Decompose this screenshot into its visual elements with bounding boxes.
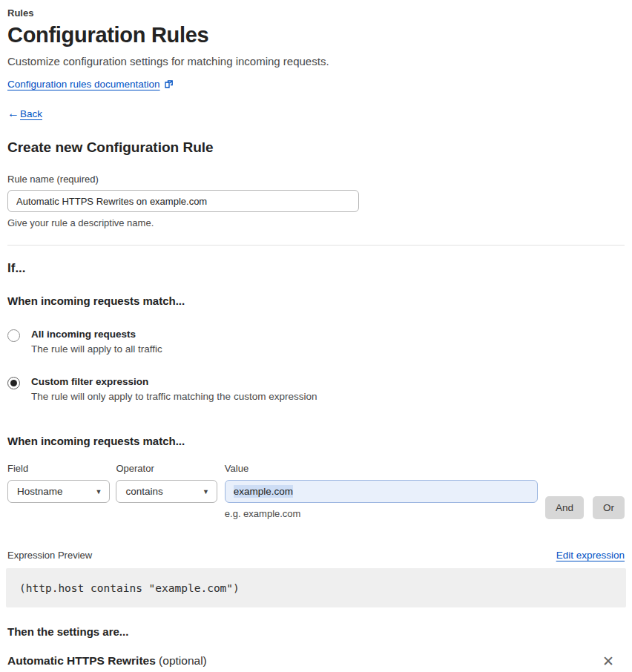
close-icon[interactable]: ✕ (602, 654, 614, 668)
expression-builder-row: Field Hostname ▼ Operator contains ▼ Val… (7, 463, 625, 519)
radio-label: All incoming requests (31, 329, 162, 340)
setting-title-optional: (optional) (156, 654, 207, 667)
back-link[interactable]: Back (20, 108, 42, 119)
back-arrow-icon: ← (7, 108, 19, 119)
value-label: Value (225, 463, 538, 474)
external-link-icon (164, 79, 174, 89)
create-rule-heading: Create new Configuration Rule (7, 139, 625, 156)
radio-unselected-icon[interactable] (7, 329, 20, 342)
edit-expression-link[interactable]: Edit expression (556, 550, 625, 561)
radio-label: Custom filter expression (31, 376, 317, 387)
field-select[interactable]: Hostname ▼ (7, 480, 110, 503)
radio-option-all-requests[interactable]: All incoming requests The rule will appl… (7, 329, 625, 355)
rule-name-input[interactable] (7, 190, 359, 212)
page-title: Configuration Rules (7, 23, 625, 47)
documentation-link[interactable]: Configuration rules documentation (7, 79, 160, 90)
operator-select[interactable]: contains ▼ (116, 480, 217, 503)
if-heading: If... (7, 261, 625, 276)
field-label: Field (7, 463, 110, 474)
value-helper: e.g. example.com (225, 508, 538, 519)
or-button[interactable]: Or (593, 496, 625, 519)
then-heading: Then the settings are... (7, 625, 625, 638)
setting-card-automatic-https-rewrites: Automatic HTTPS Rewrites (optional) ✕ Tu… (7, 654, 625, 672)
back-row: ← Back (7, 108, 625, 119)
builder-heading: When incoming requests match... (7, 435, 625, 447)
operator-label: Operator (116, 463, 217, 474)
radio-description: The rule will only apply to traffic matc… (31, 391, 317, 402)
chevron-down-icon: ▼ (203, 488, 209, 495)
radio-description: The rule will apply to all traffic (31, 343, 162, 355)
expression-preview-row: Expression Preview Edit expression (7, 550, 625, 561)
match-heading: When incoming requests match... (7, 294, 625, 307)
page-subtitle: Customize configuration settings for mat… (7, 55, 625, 67)
chevron-down-icon: ▼ (95, 488, 102, 495)
field-select-value: Hostname (17, 486, 63, 497)
radio-option-custom-filter[interactable]: Custom filter expression The rule will o… (7, 376, 625, 402)
setting-title-text: Automatic HTTPS Rewrites (7, 654, 156, 667)
rule-name-helper: Give your rule a descriptive name. (7, 217, 625, 228)
documentation-link-row: Configuration rules documentation (7, 79, 625, 90)
and-button[interactable]: And (545, 496, 584, 519)
breadcrumb: Rules (7, 7, 625, 19)
radio-selected-icon[interactable] (7, 377, 20, 389)
expression-preview-label: Expression Preview (7, 550, 92, 561)
value-input-text: example.com (234, 485, 293, 498)
section-divider (7, 245, 625, 246)
expression-preview-code: (http.host contains "example.com") (6, 568, 626, 607)
rule-name-label: Rule name (required) (7, 174, 625, 185)
operator-select-value: contains (125, 486, 162, 497)
setting-title: Automatic HTTPS Rewrites (optional) (7, 654, 207, 668)
value-input[interactable]: example.com (225, 480, 538, 503)
